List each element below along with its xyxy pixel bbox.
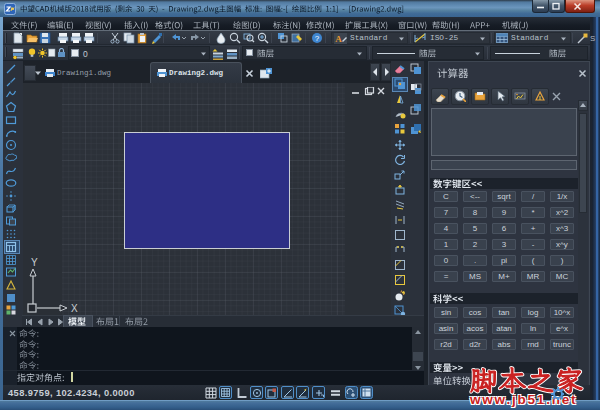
- svg-text:?: ?: [315, 34, 320, 43]
- svg-text:Y: Y: [31, 257, 38, 268]
- svg-text:X: X: [71, 303, 78, 314]
- svg-text:A: A: [335, 34, 342, 44]
